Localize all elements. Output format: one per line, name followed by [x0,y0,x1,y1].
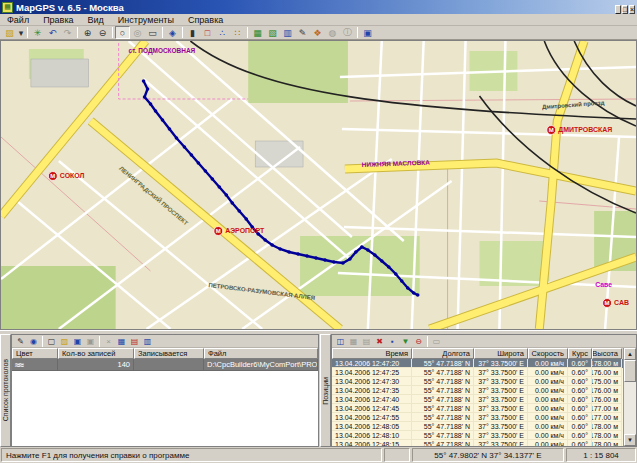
protocol-row[interactable]: ≈≈140D:\CpcBuilder6\MyComPort\PROTOCOLS\… [12,359,318,371]
edit-protocol-button-icon[interactable]: ✎ [14,335,27,347]
protocols-column-header[interactable]: Файл [204,348,318,359]
positions-scrollbar[interactable]: ▲ ▼ [623,348,636,446]
zoom-in-button-icon[interactable]: ⊕ [80,26,95,39]
save-protocol-button-icon[interactable]: ▣ [71,335,84,347]
position-cell: 55° 47.7188' N [412,440,474,446]
metro-station-icon: МАЭРОПОРТ [214,227,265,236]
select-rect-tool-button-icon[interactable]: ▭ [145,26,160,39]
position-row[interactable]: 13.04.2006 12:47:4055° 47.7188' N37° 33.… [332,395,623,404]
zoom-fit-button-icon[interactable]: ✳ [30,26,45,39]
protocol-table-button-icon[interactable]: ▦ [250,26,265,39]
position-cell: 0.00 км/ч [528,377,568,386]
positions-column-header[interactable]: Скорость [528,348,568,359]
recording-flag [134,359,204,371]
positions-column-header[interactable]: Курс [568,348,592,359]
close-button[interactable]: × [629,5,635,14]
menu-item-4[interactable]: Инструменты [111,15,181,25]
positions-panel-tab[interactable]: Позиции [320,334,331,447]
pan-tool-button-icon[interactable]: ○ [115,26,130,39]
minimize-button[interactable]: _ [615,5,621,14]
gps-device-button-icon[interactable]: ▮ [185,26,200,39]
metro-station-icon: МСАВ [603,299,629,308]
position-cell: 0.60° [568,431,592,440]
scroll-up-arrow[interactable]: ▲ [624,348,636,360]
position-row[interactable]: 13.04.2006 12:48:1555° 47.7188' N37° 33.… [332,440,623,446]
position-cell: 55° 47.7188' N [412,386,474,395]
next-view-button-icon[interactable]: ↷ [60,26,75,39]
positions-column-header[interactable]: Долгота [412,348,474,359]
menu-item-5[interactable]: Справка [181,15,230,25]
position-row[interactable]: 13.04.2006 12:47:4555° 47.7188' N37° 33.… [332,404,623,413]
menu-item-2[interactable]: Правка [36,15,80,25]
protocols-toolbar: ✎◉▢▨▣▣×▦▤▥ [12,335,318,348]
menu-bar: ФайлПравкаВидИнструментыСправка [0,14,637,26]
position-row[interactable]: 13.04.2006 12:48:0555° 47.7188' N37° 33.… [332,422,623,431]
palette-button-icon[interactable]: ❖ [310,26,325,39]
mark-position-button-icon[interactable]: ▪ [386,335,399,347]
position-row[interactable]: 13.04.2006 12:47:2555° 47.7188' N37° 33.… [332,368,623,377]
position-row[interactable]: 13.04.2006 12:48:1055° 47.7188' N37° 33.… [332,431,623,440]
new-protocol-button-icon[interactable]: ▢ [45,335,58,347]
position-cell: 176.00 м [592,386,622,395]
positions-column-header[interactable]: Широта [474,348,528,359]
save-all-button-icon[interactable]: ▣ [84,335,97,347]
toolbar-separator [357,27,358,38]
position-cell: 13.04.2006 12:47:55 [332,413,412,422]
compass-button-icon[interactable]: ◍ [325,26,340,39]
export-rows-button-icon[interactable]: ▤ [360,335,373,347]
track-chart-button-icon[interactable]: ▥ [141,335,154,347]
menu-item-1[interactable]: Файл [0,15,36,25]
comment-button-icon[interactable]: ▭ [430,335,443,347]
scrollbar-thumb[interactable] [624,360,636,382]
street-label: ст. ПОДМОСКОВНАЯ [129,47,196,55]
position-row[interactable]: 13.04.2006 12:47:3555° 47.7188' N37° 33.… [332,386,623,395]
menu-item-3[interactable]: Вид [81,15,111,25]
maximize-button[interactable]: □ [622,5,628,14]
position-cell: 0.00 км/ч [528,422,568,431]
select-circle-tool-button-icon[interactable]: ◎ [130,26,145,39]
open-protocol-button-icon[interactable]: ▨ [58,335,71,347]
previous-view-button-icon[interactable]: ↶ [45,26,60,39]
waypoints-button-icon[interactable]: ∴ [215,26,230,39]
zoom-out-button-icon[interactable]: ⊖ [95,26,110,39]
open-map-button-icon[interactable]: ▨ [2,26,17,39]
protocols-column-header[interactable]: Записывается [134,348,204,359]
position-cell: 0.60° [568,395,592,404]
track-select-button-icon[interactable]: □ [200,26,215,39]
show-on-map-button-icon[interactable]: ◉ [27,335,40,347]
map-canvas[interactable]: ст. ПОДМОСКОВНАЯНИЖНЯЯ МАСЛОВКАДмитровск… [1,41,636,329]
protocols-column-header[interactable]: Цвет [12,348,58,359]
routes-button-icon[interactable]: ∷ [230,26,245,39]
map-view[interactable]: ст. ПОДМОСКОВНАЯНИЖНЯЯ МАСЛОВКАДмитровск… [0,40,637,330]
info-button-icon[interactable]: ⓘ [340,26,355,39]
positions-column-header[interactable]: Время [332,348,412,359]
track-style-button-icon[interactable]: ▤ [128,335,141,347]
position-cell: 37° 33.7500' E [474,431,528,440]
position-row[interactable]: 13.04.2006 12:47:5555° 47.7188' N37° 33.… [332,413,623,422]
remove-position-button-icon[interactable]: ⊖ [412,335,425,347]
chart-button-icon[interactable]: ▥ [280,26,295,39]
position-row[interactable]: 13.04.2006 12:47:2055° 47.7188' N37° 33.… [332,359,623,368]
position-row[interactable]: 13.04.2006 12:47:3055° 47.7188' N37° 33.… [332,377,623,386]
search-button-icon[interactable]: ◈ [165,26,180,39]
toolbar-separator [182,27,183,38]
position-cell: 13.04.2006 12:47:40 [332,395,412,404]
add-track-button-icon[interactable]: ▦ [115,335,128,347]
positions-column-header[interactable]: Высота [592,348,622,359]
draw-tool-button-icon[interactable]: ✎ [295,26,310,39]
goto-last-button-icon[interactable]: ▼ [399,335,412,347]
protocols-column-header[interactable]: Кол-во записей [58,348,134,359]
follow-position-button-icon[interactable]: ◫ [334,335,347,347]
street-label: Саве [595,281,612,288]
copy-rows-button-icon[interactable]: ▦ [347,335,360,347]
position-cell: 13.04.2006 12:47:30 [332,377,412,386]
delete-row-button-icon[interactable]: ✖ [373,335,386,347]
open-map-dropdown-icon[interactable]: ▾ [17,26,25,39]
protocols-panel-tab[interactable]: Список протоколов [0,334,11,447]
scrollbar-track[interactable] [624,360,636,434]
map-list-button-icon[interactable]: ▧ [265,26,280,39]
delete-protocol-button-icon[interactable]: × [102,335,115,347]
title-bar[interactable]: ▦ MapGPS v. 6.5 - Москва _□× [0,0,637,14]
scroll-down-arrow[interactable]: ▼ [624,434,636,446]
print-button-icon[interactable]: ▣ [360,26,375,39]
